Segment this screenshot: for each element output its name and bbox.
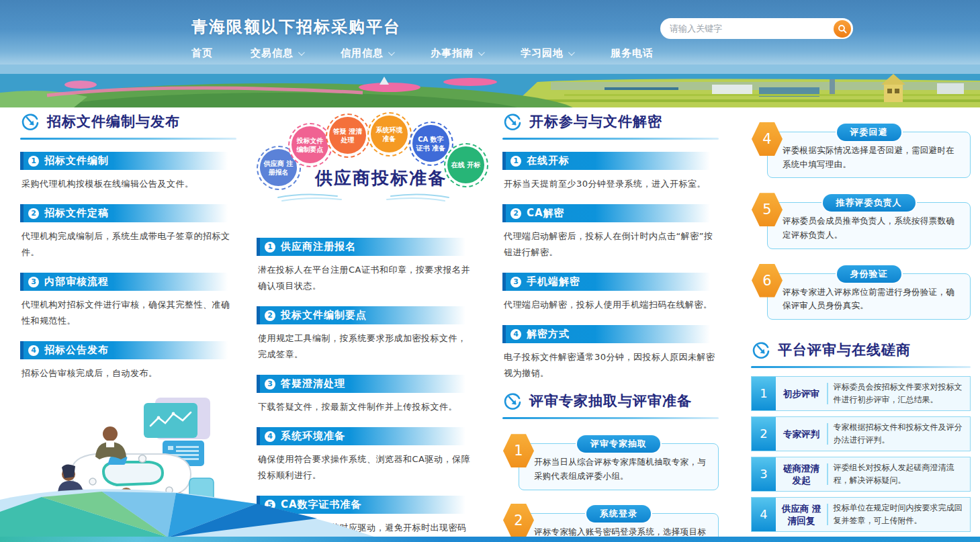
card-badge: 系统登录 [586, 505, 651, 523]
expert-card: 6 身份验证 评标专家进入评标席位前需进行身份验证，确保评审人员身份真实。 [767, 273, 971, 320]
step-desc: 电子投标文件解密通常30分钟，因投标人原因未解密视为撤销。 [504, 349, 717, 381]
site-title: 青海限额以下招标采购平台 [191, 16, 401, 38]
banner-image [0, 64, 980, 107]
step-number-hexagon: 6 [752, 264, 783, 298]
section-header: 平台评审与在线磋商 [751, 340, 971, 360]
section-underline [751, 366, 971, 368]
prep-circle: 系统环境 准备 [367, 112, 412, 156]
circular-arrow-icon [20, 111, 40, 132]
step-bar: 1 在线开标 [502, 152, 719, 170]
card-badge: 评委回避 [837, 124, 901, 141]
section-underline [502, 138, 719, 140]
step-bar: 2 CA解密 [502, 204, 719, 222]
circular-arrow-icon [502, 111, 523, 132]
step-bar: 2 招标文件定稿 [20, 204, 236, 222]
header: 青海限额以下招标采购平台 首页 交易信息 信用信息 [0, 0, 980, 64]
step-desc: 代理端启动解密，投标人使用手机端扫码在线解密。 [504, 297, 717, 313]
expert-card: 1 评审专家抽取 开标当日从综合评标专家库随机抽取专家，与采购代表组成评委小组。 [519, 443, 719, 490]
section-title: 招标文件编制与发布 [47, 112, 180, 131]
section-underline [20, 138, 236, 140]
step-desc: 使用规定工具编制，按系统要求形成加密投标文件，完成签章。 [258, 330, 473, 363]
search-box[interactable] [660, 18, 853, 39]
wave-decoration [277, 191, 451, 203]
card-badge: 评审专家抽取 [577, 435, 660, 453]
section-underline [502, 417, 719, 419]
step-number-hexagon: 1 [503, 434, 534, 467]
circular-arrow-icon [502, 391, 523, 411]
section-title: 开标参与与文件解密 [529, 112, 662, 131]
step-bar: 3 内部审核流程 [20, 273, 236, 291]
step-desc: 代理机构对招标文件进行审核，确保其完整性、准确性和规范性。 [21, 297, 235, 329]
card-badge: 推荐评委负责人 [823, 194, 916, 212]
step-bar: 4 解密方式 [502, 325, 719, 343]
chevron-down-icon [478, 49, 485, 56]
section-expert-cont-and-review: 4 评委回避 评委根据实际情况选择是否回避，需回避时在系统中填写理由。 5 推荐… [751, 121, 971, 542]
circular-arrow-icon [751, 340, 771, 360]
step-desc: 开标当天提前至少30分钟登录系统，进入开标室。 [504, 176, 717, 192]
expert-card: 5 推荐评委负责人 评标委员会成员推举负责人，系统按得票数确定评标负责人。 [767, 202, 971, 249]
step-bar: 1 供应商注册报名 [257, 238, 474, 256]
chevron-down-icon [388, 49, 395, 56]
card-desc: 评委根据实际情况选择是否回避，需回避时在系统中填写理由。 [783, 144, 962, 171]
step-bar: 2 投标文件编制要点 [257, 306, 474, 324]
footer-strip [0, 537, 980, 542]
section-header: 招标文件编制与发布 [20, 111, 236, 132]
nav-item-trade-info[interactable]: 交易信息 [251, 47, 303, 66]
card-desc: 开标当日从综合评标专家库随机抽取专家，与采购代表组成评委小组。 [534, 455, 710, 483]
expert-card: 4 评委回避 评委根据实际情况选择是否回避，需回避时在系统中填写理由。 [767, 132, 971, 178]
chevron-down-icon [298, 49, 305, 56]
step-desc: 代理机构完成编制后，系统生成带电子签章的招标文件。 [21, 228, 235, 261]
nav-item-service-guide[interactable]: 办事指南 [431, 47, 483, 66]
diagram-title: 供应商投标准备 [297, 167, 465, 190]
step-bar: 3 答疑澄清处理 [257, 375, 474, 393]
step-bar: 1 招标文件编制 [20, 152, 236, 170]
supplier-prep-diagram: 供应商 注册报名 投标文件 编制要点 答疑 澄清处理 系统环境 准备 CA 数字… [257, 111, 474, 226]
section-title: 平台评审与在线磋商 [778, 341, 911, 359]
review-row: 3 磋商澄清 发起 评委组长对投标人发起磋商澄清流程，解决评标疑问。 [751, 457, 971, 492]
step-desc: 采购代理机构按模板在线编辑公告及文件。 [21, 176, 235, 192]
nav-item-credit-info[interactable]: 信用信息 [341, 47, 393, 66]
step-bar: 4 招标公告发布 [20, 341, 236, 359]
review-row: 4 供应商 澄清回复 投标单位在规定时间内按要求完成回复并签章，可上传附件。 [751, 497, 971, 532]
step-number-hexagon: 4 [752, 122, 783, 156]
card-desc: 评标委员会成员推举负责人，系统按得票数确定评标负责人。 [783, 214, 962, 242]
step-number-hexagon: 5 [752, 193, 783, 226]
section-header: 开标参与与文件解密 [502, 111, 719, 132]
nav-item-service-phone[interactable]: 服务电话 [611, 47, 654, 66]
step-number-hexagon: 2 [503, 504, 534, 537]
search-button[interactable] [834, 20, 851, 38]
step-bar: 3 手机端解密 [502, 273, 719, 291]
card-desc: 评标专家进入评标席位前需进行身份验证，确保评审人员身份真实。 [783, 285, 962, 313]
chevron-down-icon [568, 49, 575, 56]
step-desc: 招标公告审核完成后，自动发布。 [21, 365, 235, 381]
prep-circle: 答疑 澄清处理 [326, 114, 370, 158]
step-desc: 潜在投标人在平台注册CA证书和印章，按要求报名并确认项目状态。 [258, 262, 473, 294]
search-input[interactable] [670, 24, 834, 34]
review-rows: 1 初步评审 评标委员会按招标文件要求对投标文件进行初步评审，汇总结果。 2 专… [751, 376, 971, 542]
step-bar: 4 系统环境准备 [257, 427, 474, 445]
swoosh-decoration [0, 477, 376, 537]
step-desc: 代理端启动解密后，投标人在倒计时内点击“解密”按钮进行解密。 [504, 228, 717, 261]
nav-item-learning[interactable]: 学习园地 [521, 47, 573, 66]
review-row: 2 专家评判 专家根据招标文件和投标文件及评分办法进行评判。 [751, 416, 971, 451]
section-header: 评审专家抽取与评审准备 [502, 391, 719, 411]
nav-item-home[interactable]: 首页 [191, 47, 213, 66]
page: 青海限额以下招标采购平台 首页 交易信息 信用信息 [0, 0, 980, 542]
section-bid-opening: 开标参与与文件解密 1 在线开标 开标当天提前至少30分钟登录系统，进入开标室。… [502, 111, 719, 542]
step-desc: 下载答疑文件，按最新文件制作并上传投标文件。 [258, 399, 473, 415]
search-icon [838, 24, 847, 34]
section-title: 评审专家抽取与评审准备 [529, 392, 692, 410]
main-nav: 首页 交易信息 信用信息 办事指南 学习园地 服务电话 [191, 47, 654, 66]
review-row: 1 初步评审 评标委员会按招标文件要求对投标文件进行初步评审，汇总结果。 [751, 376, 971, 411]
card-badge: 身份验证 [837, 265, 901, 283]
